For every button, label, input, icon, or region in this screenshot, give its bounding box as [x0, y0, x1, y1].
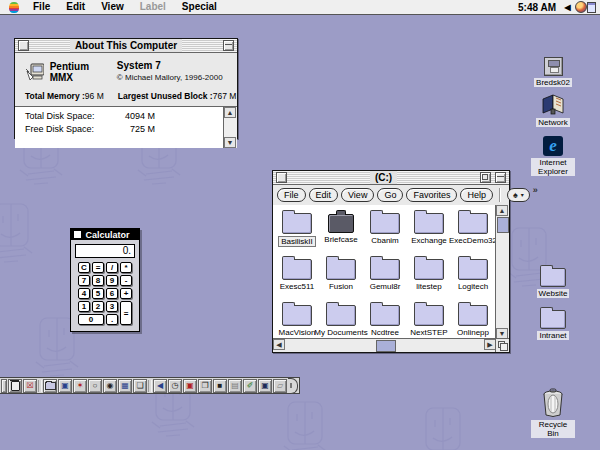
folder-item[interactable]: litestep — [407, 255, 451, 301]
key-minus[interactable]: - — [120, 275, 132, 286]
folder-item[interactable]: Cbanim — [363, 209, 407, 255]
desktop-icon-recycle-bin[interactable]: Recycle Bin — [531, 388, 575, 438]
key-8[interactable]: 8 — [92, 275, 104, 286]
vertical-scrollbar[interactable]: ▲ ▼ — [495, 205, 509, 339]
launcher-speaker-button[interactable]: ◀ — [153, 379, 167, 393]
launcher-dark-window-button[interactable]: ▣ — [258, 379, 272, 393]
launcher-display-button[interactable]: ▦ — [118, 379, 132, 393]
menu-view[interactable]: View — [93, 0, 132, 14]
folder-item[interactable]: Fusion — [319, 255, 363, 301]
close-button[interactable] — [18, 40, 29, 51]
scroll-up-icon[interactable]: ▲ — [496, 205, 508, 216]
key-5[interactable]: 5 — [92, 288, 104, 299]
resize-grip[interactable] — [495, 338, 509, 352]
menu-file[interactable]: File — [25, 0, 58, 14]
pages-icon: ❐ — [201, 382, 208, 390]
launcher-monitor-button[interactable]: ■ — [213, 379, 227, 393]
horizontal-scrollbar[interactable]: ◀ ▶ — [273, 338, 496, 352]
launcher-pages-button[interactable]: ❐ — [198, 379, 212, 393]
toolbar-help-button[interactable]: Help — [460, 188, 493, 202]
key-equals-tall[interactable]: = — [120, 301, 132, 325]
launcher-eraser-button[interactable]: ▱ — [273, 379, 287, 393]
launcher-trash-button[interactable] — [8, 379, 22, 393]
key-decimal[interactable]: . — [106, 314, 118, 325]
toolbar-edit-button[interactable]: Edit — [309, 188, 339, 202]
folder-item[interactable]: Exchange — [407, 209, 451, 255]
key-clear[interactable]: C — [78, 262, 90, 273]
launcher-end-cap[interactable] — [288, 378, 298, 394]
key-plus[interactable]: + — [120, 288, 132, 299]
folder-item[interactable]: Onlinepp — [451, 301, 495, 339]
key-2[interactable]: 2 — [92, 301, 104, 312]
toolbar-view-button[interactable]: View — [341, 188, 374, 202]
menu-clock[interactable]: 5:48 AM — [518, 2, 561, 13]
icon-label: Internet Explorer — [531, 158, 575, 176]
close-button[interactable] — [276, 172, 287, 183]
key-1[interactable]: 1 — [78, 301, 90, 312]
folder-item[interactable]: BasiliskII — [275, 209, 319, 255]
toolbar-file-button[interactable]: File — [277, 188, 306, 202]
icon-label: Recycle Bin — [531, 420, 575, 438]
about-titlebar[interactable]: About This Computer — [15, 39, 237, 53]
toolbar-overflow-chevron[interactable]: » — [533, 185, 538, 195]
toolbar-go-button[interactable]: Go — [377, 188, 403, 202]
desktop-icon-website[interactable]: Website — [531, 264, 575, 298]
application-menu-icon[interactable] — [587, 1, 600, 13]
key-equals[interactable]: = — [92, 262, 104, 273]
launcher-mini-window-button[interactable]: ▣ — [183, 379, 197, 393]
scrollbar-thumb[interactable] — [497, 217, 509, 233]
scroll-up-icon[interactable]: ▲ — [224, 107, 236, 118]
launcher-windows-button[interactable]: ❏ — [133, 379, 147, 393]
help-menu-icon[interactable] — [574, 1, 587, 13]
scroll-down-icon[interactable]: ▼ — [224, 137, 236, 148]
scrollbar-thumb[interactable] — [376, 340, 396, 352]
apple-menu-icon[interactable] — [9, 2, 19, 13]
key-6[interactable]: 6 — [106, 288, 118, 299]
folder-item[interactable]: My Documents — [319, 301, 363, 339]
key-9[interactable]: 9 — [106, 275, 118, 286]
folder-item[interactable]: ExecDemo32 — [451, 209, 495, 255]
about-scrollbar[interactable]: ▲ ▼ — [223, 107, 237, 148]
launcher-camera-button[interactable]: ◉ — [103, 379, 117, 393]
key-multiply[interactable]: * — [120, 262, 132, 273]
launcher-folder-button[interactable] — [43, 379, 57, 393]
close-button[interactable] — [74, 231, 81, 238]
key-4[interactable]: 4 — [78, 288, 90, 299]
launcher-mouse-button[interactable]: ○ — [88, 379, 102, 393]
launcher-delete-button[interactable]: ☒ — [23, 379, 37, 393]
folder-item[interactable]: Logitech — [451, 255, 495, 301]
launcher-computer-button[interactable]: ▣ — [58, 379, 72, 393]
collapse-button[interactable] — [495, 172, 506, 183]
menu-special[interactable]: Special — [174, 0, 225, 14]
zoom-button[interactable] — [480, 172, 491, 183]
calculator-titlebar[interactable]: Calculator — [71, 229, 139, 240]
desktop-icon-internet-explorer[interactable]: e Internet Explorer — [531, 136, 575, 176]
folder-item[interactable]: Briefcase — [319, 209, 363, 255]
launcher-disk-button[interactable]: ▤ — [228, 379, 242, 393]
desktop-icon-bredsk02[interactable]: Bredsk02 — [531, 57, 575, 87]
total-disk-value: 4094 M — [125, 111, 155, 121]
launcher-clock-button[interactable]: ◷ — [168, 379, 182, 393]
folder-item[interactable]: Exesc511 — [275, 255, 319, 301]
desktop-icon-network[interactable]: Network — [531, 92, 575, 127]
launcher-partial-button[interactable] — [1, 379, 7, 393]
launcher-brush-button[interactable]: ✐ — [243, 379, 257, 393]
key-3[interactable]: 3 — [106, 301, 118, 312]
scroll-left-icon[interactable]: ◀ — [273, 339, 285, 350]
key-7[interactable]: 7 — [78, 275, 90, 286]
menu-edit[interactable]: Edit — [58, 0, 93, 14]
launcher-burst-button[interactable]: ✶ — [73, 379, 87, 393]
collapse-button[interactable] — [223, 40, 234, 51]
folder-item[interactable]: NextSTEP — [407, 301, 451, 339]
desktop-icon-intranet[interactable]: Intranet — [531, 306, 575, 340]
toolbar-favorites-button[interactable]: Favorites — [406, 188, 457, 202]
drive-c-titlebar[interactable]: (C:) — [273, 171, 509, 185]
key-divide[interactable]: / — [106, 262, 118, 273]
folder-label: ExecDemo32 — [447, 236, 496, 245]
location-dropdown[interactable]: ♠ ▾ — [507, 188, 530, 202]
folder-item[interactable]: Ncdtree — [363, 301, 407, 339]
key-0[interactable]: 0 — [78, 314, 104, 325]
folder-item[interactable]: Gemul8r — [363, 255, 407, 301]
sound-icon[interactable]: ◀ — [561, 1, 574, 13]
menu-bar: File Edit View Label Special 5:48 AM ◀ — [0, 0, 600, 15]
